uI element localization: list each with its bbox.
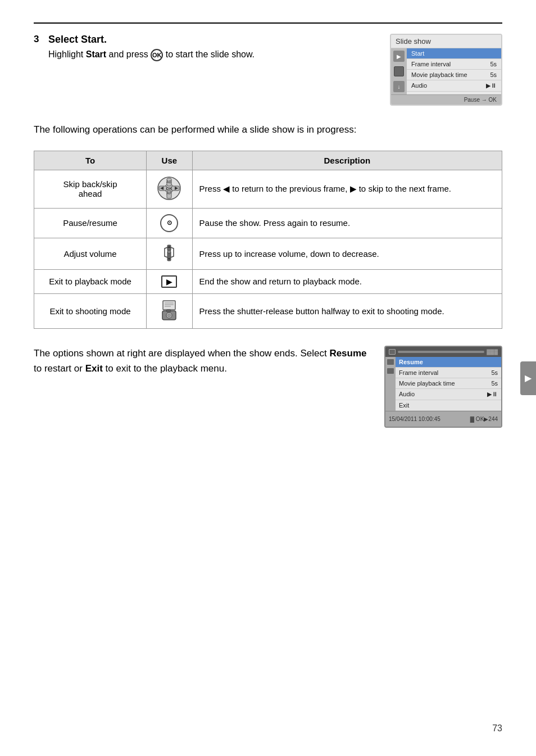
svg-rect-16 <box>163 301 175 310</box>
camera2-icon1 <box>387 359 394 365</box>
row1-use: AE AF ◀ ▶ OK <box>147 170 193 208</box>
slideshow-menu-items: Start Frame interval5s Movie playback ti… <box>407 48 501 94</box>
right-tab: ▶ <box>520 361 536 395</box>
step-number: 3 <box>34 34 45 45</box>
svg-rect-23 <box>166 310 171 312</box>
slideshow-sidebar: ▶ ↓ Start Frame interval5s Movie playbac… <box>391 48 501 94</box>
step3-text: 3 Select Start. Highlight Start and pres… <box>34 34 373 71</box>
operations-table: To Use Description Skip back/skipahead <box>34 151 502 329</box>
camera-icons: ▶ ↓ <box>391 48 407 94</box>
row3-to: Adjust volume <box>34 238 147 269</box>
slideshow-menu-bottom: ▓▓▓ Resume Frame interval5s Movie playba… <box>384 346 502 428</box>
svg-text:AE: AE <box>167 180 172 184</box>
step3-title: Select Start. <box>48 34 373 46</box>
play-icon: ▶ <box>393 51 405 62</box>
col-header-desc: Description <box>192 151 502 170</box>
camera2-footer: 15/04/2011 10:00:45 ▓ OK▶244 <box>385 411 501 427</box>
camera2-viewfinder <box>398 351 484 353</box>
dpad-icon: AE AF ◀ ▶ OK <box>157 176 181 201</box>
svg-text:OK: OK <box>166 187 172 191</box>
step3-header: 3 Select Start. Highlight Start and pres… <box>34 34 373 61</box>
step3-content: Select Start. Highlight Start and press … <box>48 34 373 61</box>
bottom-text: The options shown at right are displayed… <box>34 346 367 376</box>
row5-to: Exit to shooting mode <box>34 293 147 328</box>
step3-section: 3 Select Start. Highlight Start and pres… <box>34 34 502 106</box>
slideshow-title: Slide show <box>391 35 501 48</box>
table-row: Exit to playback mode ▶ End the show and… <box>34 269 502 293</box>
camera-footer: Pause → OK <box>391 94 501 105</box>
menu-item-audio: Audio▶⏸ <box>407 80 501 92</box>
camera2-menu-items: Resume Frame interval5s Movie playback t… <box>396 357 501 411</box>
svg-text:▲: ▲ <box>167 245 171 248</box>
row3-use: ▲ ▼ <box>147 238 193 269</box>
menu-item-audio2: Audio▶⏸ <box>396 389 501 400</box>
table-body: Skip back/skipahead AE <box>34 170 502 328</box>
row2-use: ⊙ <box>147 208 193 238</box>
col-header-use: Use <box>147 151 193 170</box>
row4-use: ▶ <box>147 269 193 293</box>
row3-desc: Press up to increase volume, down to dec… <box>192 238 502 269</box>
camera2-sidebar <box>385 357 396 411</box>
menu-item-exit2: Exit <box>396 400 501 411</box>
top-rule <box>34 22 502 24</box>
row5-desc: Press the shutter-release button halfway… <box>192 293 502 328</box>
row1-desc: Press ◀ to return to the previous frame,… <box>192 170 502 208</box>
mid-text: The following operations can be performe… <box>34 123 502 137</box>
camera2-info: ▓ OK▶244 <box>470 416 498 422</box>
volume-icon: ▲ ▼ <box>161 244 177 262</box>
shutter-icon <box>161 300 178 321</box>
col-header-to: To <box>34 151 147 170</box>
menu-item-resume: Resume <box>396 357 501 368</box>
table-row: Adjust volume ▲ ▼ Press up to increase <box>34 238 502 269</box>
menu-item-frame-interval2: Frame interval5s <box>396 368 501 378</box>
camera2-date: 15/04/2011 10:00:45 <box>389 416 440 422</box>
table-header-row: To Use Description <box>34 151 502 170</box>
svg-point-22 <box>167 314 171 317</box>
camera2-body: Resume Frame interval5s Movie playback t… <box>385 357 501 411</box>
table-row: Skip back/skipahead AE <box>34 170 502 208</box>
row4-to: Exit to playback mode <box>34 269 147 293</box>
svg-text:▶: ▶ <box>175 185 179 191</box>
camera2-battery: ▓▓▓ <box>487 349 498 355</box>
row2-desc: Pause the show. Press again to resume. <box>192 208 502 238</box>
table-row: Pause/resume ⊙ Pause the show. Press aga… <box>34 208 502 238</box>
ok-icon: ⊙ <box>160 214 178 232</box>
menu-item-start: Start <box>407 48 501 59</box>
camera2-lens-icon <box>389 349 396 355</box>
table-head: To Use Description <box>34 151 502 170</box>
table-row: Exit to shooting mode <box>34 293 502 328</box>
svg-text:AF: AF <box>167 191 172 195</box>
menu-item-movie-playback: Movie playback time5s <box>407 70 501 80</box>
playback-icon: ▶ <box>161 275 177 288</box>
svg-text:◀: ◀ <box>160 185 164 191</box>
bottom-section: The options shown at right are displayed… <box>34 346 502 428</box>
slideshow-menu-top: Slide show ▶ ↓ Start Frame interval5s Mo… <box>390 34 502 106</box>
row4-desc: End the show and return to playback mode… <box>192 269 502 293</box>
camera2-icon2 <box>387 368 394 374</box>
arrow-icon: ↓ <box>393 81 405 92</box>
step3-subtitle: Highlight Start and press OK to start th… <box>48 48 373 61</box>
svg-point-13 <box>167 250 171 253</box>
camera2-top: ▓▓▓ <box>385 347 501 357</box>
row5-use <box>147 293 193 328</box>
row1-to: Skip back/skipahead <box>34 170 147 208</box>
playback-tab-icon: ▶ <box>525 373 532 383</box>
menu-item-movie-playback2: Movie playback time5s <box>396 378 501 389</box>
row2-to: Pause/resume <box>34 208 147 238</box>
square-icon <box>394 66 404 76</box>
svg-text:▼: ▼ <box>167 257 171 261</box>
page-number: 73 <box>492 723 502 734</box>
shutter-svg <box>161 300 178 321</box>
menu-item-frame-interval: Frame interval5s <box>407 59 501 70</box>
volume-svg: ▲ ▼ <box>161 244 177 262</box>
